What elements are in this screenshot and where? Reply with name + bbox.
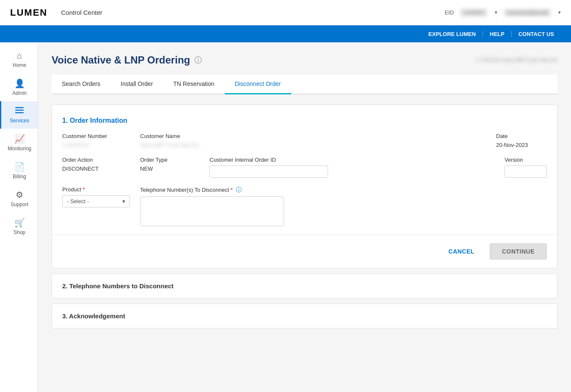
order-action-label: Order Action — [62, 157, 130, 163]
telephone-numbers-section-title: 2. Telephone Numbers to Disconnect — [62, 282, 547, 290]
svg-rect-0 — [15, 107, 24, 108]
monitoring-icon: 📈 — [14, 134, 25, 144]
header-right: EID 1234567 ▾ username@email ▾ — [444, 9, 561, 17]
sidebar-item-home-label: Home — [13, 62, 26, 68]
order-form-area: 1. Order Information Customer Number 1-X… — [52, 105, 557, 226]
form-row-1: Customer Number 1-XXXXXX Customer Name V… — [62, 133, 547, 148]
sidebar-item-admin[interactable]: 👤 Admin — [0, 73, 38, 101]
top-header: LUMEN Control Center EID 1234567 ▾ usern… — [0, 0, 571, 25]
svg-rect-1 — [15, 110, 24, 111]
order-information-card: 1. Order Information Customer Number 1-X… — [52, 105, 557, 268]
logo: LUMEN — [10, 7, 47, 18]
chevron-down-icon: ▾ — [122, 198, 125, 204]
user-dropdown-arrow[interactable]: ▾ — [558, 10, 561, 15]
customer-number-label: Customer Number — [62, 133, 130, 139]
product-select-label: - Select - — [67, 198, 89, 204]
eid-value: 1234567 — [461, 9, 487, 17]
sidebar-item-home[interactable]: ⌂ Home — [0, 46, 38, 73]
sidebar-item-monitoring-label: Monitoring — [8, 146, 31, 152]
sidebar-item-shop[interactable]: 🛒 Shop — [0, 213, 38, 240]
sidebar: ⌂ Home 👤 Admin Services 📈 Monitoring 📄 B… — [0, 42, 38, 392]
page-title: Voice Native & LNP Ordering — [52, 54, 190, 66]
sidebar-item-monitoring[interactable]: 📈 Monitoring — [0, 129, 38, 157]
telephone-numbers-input[interactable] — [140, 196, 284, 226]
order-action-value: DISCONNECT — [62, 166, 130, 172]
form-row-2: Order Action DISCONNECT Order Type NEW C… — [62, 157, 547, 178]
customer-internal-order-id-input[interactable] — [210, 166, 328, 178]
form-row-3: Product * - Select - ▾ Telephone Number(… — [62, 186, 547, 226]
product-select[interactable]: - Select - ▾ — [62, 195, 130, 207]
main-layout: ⌂ Home 👤 Admin Services 📈 Monitoring 📄 B… — [0, 42, 571, 392]
sidebar-item-support-label: Support — [11, 202, 28, 207]
help-link[interactable]: HELP — [483, 31, 512, 37]
order-type-value: NEW — [140, 166, 199, 172]
product-field: Product * - Select - ▾ — [62, 186, 130, 207]
order-information-title: 1. Order Information — [62, 117, 547, 124]
cancel-button[interactable]: CANCEL — [439, 244, 485, 259]
billing-icon: 📄 — [14, 162, 25, 172]
date-value: 20-Nov-2023 — [496, 142, 547, 148]
main-content: Voice Native & LNP Ordering ⓘ 1-7XXXXX-V… — [38, 42, 571, 392]
customer-number-value: 1-XXXXXX — [62, 142, 130, 148]
telephone-numbers-field: Telephone Number(s) To Disconnect * ⓘ — [140, 186, 547, 226]
account-subtitle: 1-7XXXXX-Voice-BRT-Cust-Test-On — [476, 57, 557, 63]
shop-icon: 🛒 — [14, 218, 25, 228]
sidebar-item-billing[interactable]: 📄 Billing — [0, 157, 38, 185]
telephone-numbers-section: 2. Telephone Numbers to Disconnect — [52, 273, 557, 298]
svg-rect-2 — [15, 112, 24, 113]
blue-nav: EXPLORE LUMEN HELP CONTACT US — [0, 25, 571, 42]
customer-name-field: Customer Name Voice BRT Cust Test On — [140, 133, 486, 148]
eid-label: EID — [444, 9, 454, 16]
tabs-bar: Search Orders Install Order TN Reservati… — [52, 75, 557, 94]
customer-number-field: Customer Number 1-XXXXXX — [62, 133, 130, 148]
order-type-field: Order Type NEW — [140, 157, 199, 172]
tab-search-orders[interactable]: Search Orders — [52, 75, 110, 94]
product-required: * — [83, 186, 85, 193]
contact-us-link[interactable]: CONTACT US — [512, 31, 561, 37]
order-type-label: Order Type — [140, 157, 199, 163]
info-circle-icon[interactable]: ⓘ — [236, 186, 242, 193]
eid-dropdown-arrow[interactable]: ▾ — [495, 10, 497, 15]
sidebar-item-services[interactable]: Services — [0, 101, 38, 129]
tab-install-order[interactable]: Install Order — [110, 75, 163, 94]
version-field: Version — [505, 157, 547, 178]
customer-name-value: Voice BRT Cust Test On — [140, 142, 486, 148]
user-value: username@email — [504, 9, 551, 17]
version-label: Version — [505, 157, 547, 163]
support-icon: ⚙ — [16, 190, 23, 200]
acknowledgement-section-title: 3. Acknowledgement — [62, 312, 547, 320]
sidebar-item-billing-label: Billing — [13, 174, 26, 179]
sidebar-item-shop-label: Shop — [14, 229, 25, 235]
order-action-field: Order Action DISCONNECT — [62, 157, 130, 172]
sidebar-item-support[interactable]: ⚙ Support — [0, 185, 38, 213]
help-circle-icon[interactable]: ⓘ — [194, 55, 202, 65]
customer-internal-order-id-field: Customer Internal Order ID — [210, 157, 494, 178]
tab-tn-reservation[interactable]: TN Reservation — [163, 75, 224, 94]
telephone-required: * — [231, 187, 233, 193]
services-icon — [15, 106, 24, 116]
sidebar-item-admin-label: Admin — [12, 90, 27, 96]
admin-icon: 👤 — [14, 78, 25, 88]
sidebar-item-services-label: Services — [10, 118, 29, 124]
customer-name-label: Customer Name — [140, 133, 486, 139]
page-header: Voice Native & LNP Ordering ⓘ 1-7XXXXX-V… — [52, 54, 557, 66]
continue-button[interactable]: CONTINUE — [490, 243, 547, 259]
app-title: Control Center — [61, 9, 102, 16]
action-buttons-row: CANCEL CONTINUE — [52, 235, 557, 268]
home-icon: ⌂ — [17, 51, 22, 61]
explore-lumen-link[interactable]: EXPLORE LUMEN — [422, 31, 483, 37]
acknowledgement-section: 3. Acknowledgement — [52, 304, 557, 329]
date-label: Date — [496, 133, 547, 139]
product-label: Product * — [62, 186, 130, 193]
date-field: Date 20-Nov-2023 — [496, 133, 547, 148]
version-input[interactable] — [505, 166, 547, 178]
tab-disconnect-order[interactable]: Disconnect Order — [225, 75, 291, 94]
customer-internal-order-id-label: Customer Internal Order ID — [210, 157, 494, 163]
telephone-numbers-label: Telephone Number(s) To Disconnect * ⓘ — [140, 186, 547, 194]
